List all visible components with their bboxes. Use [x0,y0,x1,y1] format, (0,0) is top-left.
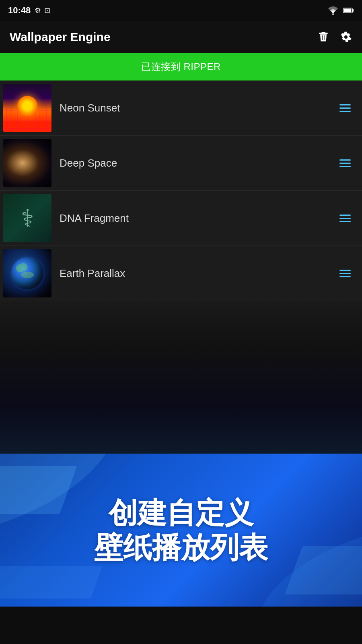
settings-status-icon: ⚙ [35,6,41,15]
wallpaper-name: Deep Space [60,157,336,169]
app-bar: Wallpaper Engine [0,21,362,53]
thumbnail-neon-sunset [3,84,51,132]
app-bar-actions [317,31,352,43]
svg-rect-3 [344,9,352,12]
deco-left2 [0,566,103,599]
wallpaper-name: Earth Parallax [60,267,336,280]
earth-graphic [11,257,43,289]
bottom-banner: 创建自定义 壁纸播放列表 [0,454,362,607]
wallpaper-list: Neon Sunset Deep Space DNA Fragment Ea [0,80,362,301]
thumbnail-dna-fragment [3,194,51,242]
wallpaper-name: DNA Fragment [60,212,336,225]
wifi-icon [327,6,339,15]
status-left: 10:48 ⚙ ⊡ [8,5,50,16]
bottom-text: 创建自定义 壁纸播放列表 [78,495,284,565]
status-bar: 10:48 ⚙ ⊡ [0,0,362,21]
bottom-line1: 创建自定义 [94,495,268,530]
status-icons: ⚙ ⊡ [35,6,50,15]
bottom-line2: 壁纸播放列表 [94,530,268,565]
gear-icon [339,31,352,43]
connection-text: 已连接到 RIPPER [141,61,221,72]
status-right [327,6,354,15]
thumbnail-earth-parallax [3,249,51,297]
settings-button[interactable] [339,31,352,43]
wallpaper-name: Neon Sunset [60,102,336,114]
empty-area [0,301,362,454]
status-time: 10:48 [8,5,31,16]
delete-button[interactable] [317,31,330,43]
connection-banner: 已连接到 RIPPER [0,53,362,80]
menu-button[interactable] [336,211,354,225]
deco-left [0,466,77,514]
svg-rect-2 [352,9,354,12]
sun-graphic [17,96,37,116]
list-item[interactable]: Neon Sunset [0,80,362,136]
battery-icon [343,7,354,14]
menu-button[interactable] [336,266,354,281]
screenshot-status-icon: ⊡ [44,6,50,15]
thumbnail-deep-space [3,139,51,187]
delete-icon [317,31,330,43]
list-item[interactable]: DNA Fragment [0,191,362,246]
menu-button[interactable] [336,156,354,170]
deco-right [285,546,362,594]
list-item[interactable]: Earth Parallax [0,246,362,301]
menu-button[interactable] [336,101,354,115]
app-title: Wallpaper Engine [10,30,111,44]
svg-point-0 [332,13,334,15]
list-item[interactable]: Deep Space [0,136,362,191]
